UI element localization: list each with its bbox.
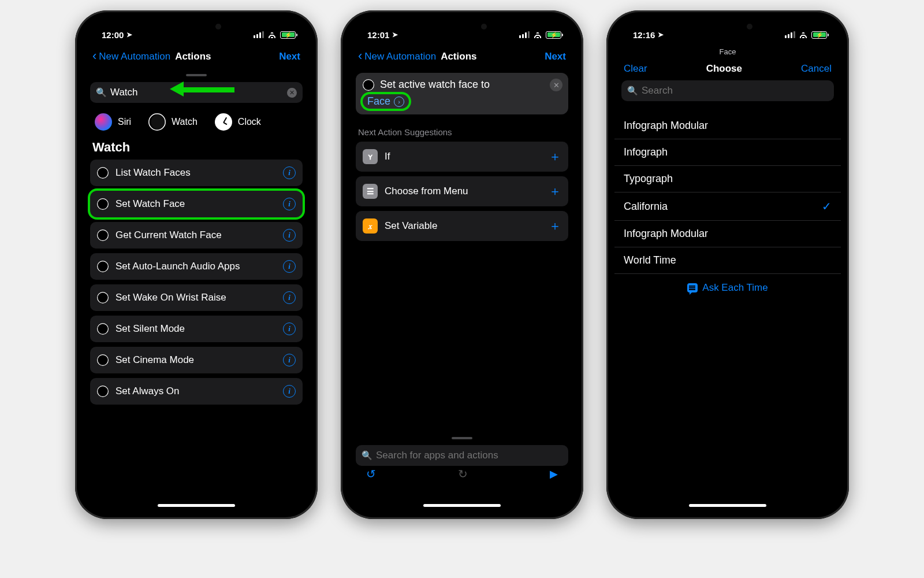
- search-input[interactable]: [110, 87, 284, 98]
- action-card-set-watch-face[interactable]: ✕ Set active watch face to Face ›: [356, 73, 568, 114]
- section-header: Watch: [90, 136, 303, 160]
- action-row[interactable]: Set Always Oni: [90, 378, 303, 405]
- face-label: Infograph Modular: [624, 120, 708, 132]
- location-icon: ➤: [392, 31, 398, 39]
- watch-icon: [97, 323, 109, 335]
- wifi-icon: [799, 31, 808, 38]
- chevron-left-icon: ‹: [92, 49, 96, 64]
- run-button[interactable]: ▶: [550, 468, 558, 480]
- info-icon[interactable]: i: [283, 229, 296, 242]
- suggestion-row[interactable]: ʏIf＋: [356, 142, 568, 172]
- watch-icon: [97, 198, 109, 210]
- info-icon[interactable]: i: [283, 260, 296, 273]
- param-label: Face: [367, 95, 390, 108]
- variable-icon: 𝑥: [363, 218, 378, 234]
- search-input[interactable]: [642, 85, 828, 97]
- face-label: Typograph: [624, 173, 673, 185]
- watch-icon: [148, 113, 166, 131]
- face-label: California: [624, 201, 668, 213]
- info-icon[interactable]: i: [283, 385, 296, 398]
- nav-bar: ‹ New Automation Actions Next: [83, 44, 310, 69]
- notch: [153, 18, 240, 35]
- home-indicator[interactable]: [423, 504, 501, 507]
- signal-icon: [785, 31, 795, 38]
- battery-icon: ⚡: [280, 31, 296, 39]
- info-icon[interactable]: i: [283, 323, 296, 335]
- face-option[interactable]: Typograph: [614, 166, 841, 192]
- back-button[interactable]: ‹ New Automation: [92, 50, 170, 64]
- picker-nav: Clear Choose Cancel: [614, 56, 841, 78]
- home-indicator[interactable]: [689, 504, 766, 507]
- search-icon: 🔍: [627, 86, 638, 96]
- picker-title-mini: Face: [614, 44, 841, 56]
- face-label: World Time: [624, 254, 676, 266]
- info-icon[interactable]: i: [283, 198, 296, 210]
- action-label: Set Wake On Wrist Raise: [116, 292, 276, 303]
- info-icon[interactable]: i: [283, 166, 296, 179]
- battery-icon: ⚡: [811, 31, 827, 39]
- watch-icon: [97, 229, 109, 241]
- wifi-icon: [267, 31, 277, 38]
- next-button[interactable]: Next: [279, 51, 300, 62]
- notch: [684, 18, 771, 35]
- info-icon[interactable]: i: [283, 354, 296, 366]
- watch-icon: [363, 79, 374, 91]
- editor-toolbar: ↺ ↻ ▶: [356, 465, 568, 483]
- page-title: Actions: [441, 51, 476, 62]
- face-option[interactable]: Infograph Modular: [614, 221, 841, 247]
- watch-icon: [97, 386, 109, 397]
- search-input[interactable]: [376, 450, 562, 461]
- clear-button[interactable]: Clear: [624, 63, 647, 75]
- watch-icon: [97, 292, 109, 303]
- action-row[interactable]: Set Wake On Wrist Raisei: [90, 284, 303, 311]
- action-label: List Watch Faces: [116, 167, 276, 179]
- face-option[interactable]: World Time: [614, 247, 841, 274]
- status-time: 12:16: [633, 30, 655, 40]
- back-button[interactable]: ‹ New Automation: [358, 50, 436, 64]
- add-suggestion-button[interactable]: ＋: [549, 183, 561, 200]
- ask-each-time-button[interactable]: Ask Each Time: [687, 282, 767, 294]
- suggestions-list: ʏIf＋☰Choose from Menu＋𝑥Set Variable＋: [356, 142, 568, 241]
- search-field[interactable]: 🔍 ✕: [90, 82, 303, 103]
- face-option[interactable]: Infograph: [614, 139, 841, 166]
- search-field[interactable]: 🔍: [621, 80, 834, 101]
- app-filter-watch[interactable]: Watch: [148, 113, 198, 131]
- action-row[interactable]: Set Watch Facei: [90, 191, 303, 217]
- clear-search-button[interactable]: ✕: [287, 88, 297, 98]
- face-option[interactable]: Infograph Modular: [614, 113, 841, 139]
- add-suggestion-button[interactable]: ＋: [549, 217, 561, 235]
- cancel-button[interactable]: Cancel: [801, 63, 832, 75]
- action-row[interactable]: List Watch Facesi: [90, 160, 303, 186]
- remove-action-button[interactable]: ✕: [550, 79, 562, 91]
- action-row[interactable]: Get Current Watch Facei: [90, 222, 303, 249]
- suggestion-row[interactable]: 𝑥Set Variable＋: [356, 211, 568, 241]
- face-option[interactable]: California✓: [614, 192, 841, 221]
- app-filter-siri[interactable]: Siri: [95, 113, 131, 131]
- search-icon: 🔍: [362, 450, 372, 461]
- action-label: Set Always On: [116, 386, 276, 397]
- action-label: Set Silent Mode: [116, 323, 276, 335]
- info-icon[interactable]: i: [283, 291, 296, 304]
- back-label: New Automation: [99, 51, 170, 62]
- app-filter-clock[interactable]: Clock: [215, 113, 261, 131]
- action-row[interactable]: Set Cinema Modei: [90, 347, 303, 373]
- phone-mockup-2: 12:01 ➤ ⚡ ‹ New Automation Actions Next …: [341, 10, 583, 519]
- phone-mockup-3: 12:16 ➤ ⚡ Face Clear Choose Cancel 🔍 Inf…: [606, 10, 849, 519]
- action-row[interactable]: Set Auto-Launch Audio Appsi: [90, 253, 303, 280]
- action-label: Set Cinema Mode: [116, 354, 276, 366]
- undo-button[interactable]: ↺: [366, 467, 376, 481]
- watch-icon: [97, 354, 109, 366]
- add-suggestion-button[interactable]: ＋: [549, 148, 561, 165]
- next-button[interactable]: Next: [545, 51, 566, 62]
- suggestion-row[interactable]: ☰Choose from Menu＋: [356, 176, 568, 206]
- notch: [419, 18, 505, 35]
- action-row[interactable]: Set Silent Modei: [90, 316, 303, 342]
- status-time: 12:01: [367, 30, 389, 40]
- search-field[interactable]: 🔍: [356, 445, 568, 466]
- face-parameter-pill[interactable]: Face ›: [363, 94, 409, 109]
- home-indicator[interactable]: [158, 504, 235, 507]
- sheet-grabber[interactable]: [186, 74, 207, 76]
- sheet-grabber[interactable]: [452, 437, 472, 439]
- ask-each-time-label: Ask Each Time: [702, 282, 767, 294]
- app-filter-label: Clock: [238, 117, 261, 127]
